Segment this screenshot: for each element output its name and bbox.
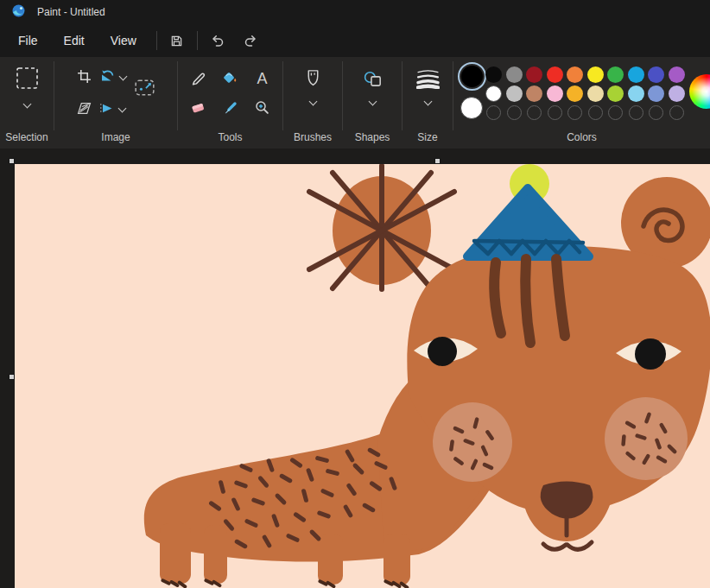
edit-colors-wheel-button[interactable]: + bbox=[689, 74, 710, 109]
palette-grid bbox=[485, 66, 685, 121]
empty-color-slot[interactable] bbox=[669, 105, 684, 120]
rotate-dropdown-chevron-icon[interactable] bbox=[118, 72, 127, 80]
skew-icon bbox=[77, 102, 92, 115]
section-label-shapes: Shapes bbox=[343, 131, 402, 143]
color-swatch[interactable] bbox=[607, 85, 624, 102]
rotate-icon bbox=[99, 69, 116, 83]
canvas-resize-handle-top-middle[interactable] bbox=[434, 158, 441, 164]
empty-color-slot[interactable] bbox=[486, 105, 501, 120]
canvas-resize-handle-top-left[interactable] bbox=[9, 158, 15, 164]
color-swatch[interactable] bbox=[485, 66, 502, 83]
resize-image-button[interactable] bbox=[134, 78, 155, 101]
fill-tool-button[interactable] bbox=[222, 70, 238, 89]
section-selection: Selection bbox=[0, 57, 54, 149]
foreground-color-swatch bbox=[461, 66, 483, 87]
empty-color-slot[interactable] bbox=[608, 105, 623, 120]
canvas-resize-handle-left-middle[interactable] bbox=[9, 374, 15, 380]
menubar-divider bbox=[156, 31, 157, 50]
color-swatch[interactable] bbox=[648, 66, 664, 83]
color-swatch[interactable] bbox=[506, 66, 523, 83]
resize-image-icon bbox=[134, 78, 155, 98]
skew-button[interactable] bbox=[77, 98, 92, 118]
section-tools: A bbox=[178, 57, 282, 149]
text-tool-button[interactable]: A bbox=[257, 70, 267, 88]
pencil-icon bbox=[191, 70, 206, 85]
empty-color-slot[interactable] bbox=[567, 105, 582, 120]
background-color-selector[interactable] bbox=[460, 97, 483, 119]
brushes-button[interactable] bbox=[305, 67, 321, 90]
flip-button[interactable] bbox=[99, 98, 125, 118]
color-swatch[interactable] bbox=[648, 85, 664, 102]
crop-icon bbox=[77, 69, 92, 84]
section-label-image: Image bbox=[54, 131, 177, 143]
color-swatch[interactable] bbox=[628, 66, 644, 83]
rectangle-select-icon[interactable] bbox=[16, 66, 39, 93]
shapes-button[interactable] bbox=[363, 67, 383, 90]
rotate-button[interactable] bbox=[99, 66, 126, 86]
chipmunk-artwork bbox=[15, 164, 710, 588]
title-bar: Paint - Untitled bbox=[0, 0, 710, 24]
section-colors: + Colors bbox=[453, 57, 710, 149]
section-shapes: Shapes bbox=[343, 57, 402, 149]
empty-color-slot[interactable] bbox=[548, 105, 562, 120]
size-button[interactable] bbox=[416, 67, 440, 90]
color-swatch[interactable] bbox=[587, 66, 604, 83]
empty-color-slot[interactable] bbox=[649, 105, 663, 120]
redo-button[interactable] bbox=[238, 28, 263, 53]
save-button[interactable] bbox=[164, 28, 190, 53]
ribbon-toolbar: Selection bbox=[0, 57, 710, 149]
drawing-canvas[interactable] bbox=[15, 164, 710, 588]
color-swatch[interactable] bbox=[628, 85, 644, 102]
empty-color-slot[interactable] bbox=[629, 105, 643, 120]
menubar-divider bbox=[197, 31, 198, 50]
crop-button[interactable] bbox=[77, 66, 92, 86]
color-swatch[interactable] bbox=[547, 85, 563, 102]
color-swatch[interactable] bbox=[526, 85, 542, 102]
stroke-size-icon bbox=[416, 69, 440, 89]
color-swatch[interactable] bbox=[547, 66, 563, 83]
eraser-icon bbox=[190, 100, 206, 115]
canvas-area bbox=[0, 149, 710, 588]
flip-dropdown-chevron-icon[interactable] bbox=[118, 104, 127, 112]
eyedropper-icon bbox=[223, 100, 238, 116]
section-label-colors: Colors bbox=[453, 131, 710, 143]
magnifier-icon bbox=[255, 100, 269, 115]
pencil-tool-button[interactable] bbox=[191, 70, 206, 89]
color-swatch[interactable] bbox=[587, 85, 604, 102]
section-brushes: Brushes bbox=[283, 57, 342, 149]
brushes-dropdown-chevron-icon[interactable] bbox=[308, 98, 317, 106]
color-swatch[interactable] bbox=[607, 66, 624, 83]
section-label-selection: Selection bbox=[0, 131, 54, 143]
color-swatch[interactable] bbox=[669, 66, 685, 83]
magnifier-tool-button[interactable] bbox=[255, 100, 269, 118]
color-swatch[interactable] bbox=[485, 85, 502, 102]
menu-file[interactable]: File bbox=[5, 28, 51, 54]
section-label-size: Size bbox=[403, 131, 453, 143]
section-image: Image bbox=[54, 57, 177, 149]
redo-icon bbox=[244, 35, 257, 47]
empty-color-slot[interactable] bbox=[588, 105, 603, 120]
color-swatch[interactable] bbox=[506, 85, 523, 102]
color-swatch[interactable] bbox=[567, 66, 583, 83]
empty-color-slot[interactable] bbox=[507, 105, 522, 120]
eraser-tool-button[interactable] bbox=[190, 100, 206, 118]
paint-app-icon bbox=[11, 3, 26, 22]
color-swatch[interactable] bbox=[669, 85, 685, 102]
empty-color-slot[interactable] bbox=[527, 105, 542, 120]
section-label-brushes: Brushes bbox=[283, 131, 342, 143]
shapes-dropdown-chevron-icon[interactable] bbox=[368, 98, 377, 106]
color-swatch[interactable] bbox=[526, 66, 542, 83]
shapes-icon bbox=[363, 71, 383, 87]
menu-view[interactable]: View bbox=[98, 28, 149, 54]
menu-edit[interactable]: Edit bbox=[51, 28, 98, 54]
menu-bar: File Edit View bbox=[0, 24, 710, 57]
undo-button[interactable] bbox=[205, 28, 231, 53]
size-dropdown-chevron-icon[interactable] bbox=[423, 98, 432, 106]
selection-dropdown-chevron-icon[interactable] bbox=[22, 100, 31, 109]
brush-icon bbox=[305, 69, 321, 88]
color-picker-tool-button[interactable] bbox=[223, 100, 238, 119]
foreground-color-selector[interactable] bbox=[458, 62, 486, 91]
color-swatch[interactable] bbox=[567, 85, 583, 102]
flip-icon bbox=[99, 102, 115, 115]
section-size: Size bbox=[403, 57, 453, 149]
